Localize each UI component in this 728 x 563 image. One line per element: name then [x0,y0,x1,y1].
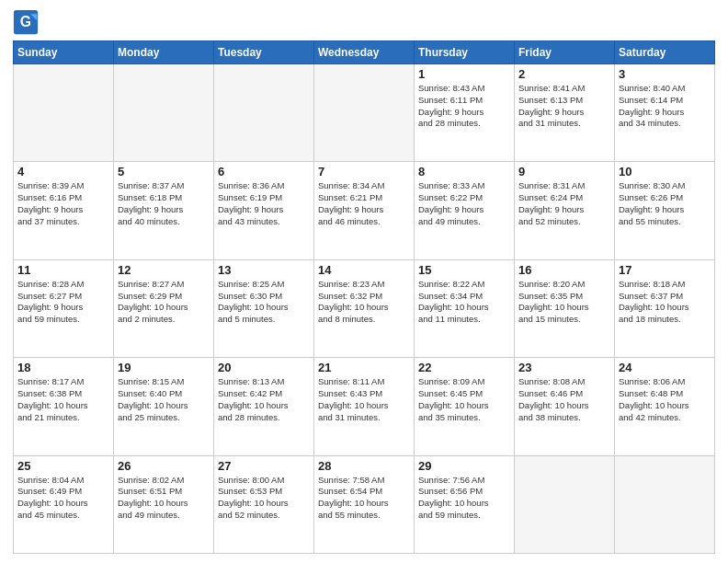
logo-icon: G [13,9,39,35]
calendar-cell: 23Sunrise: 8:08 AM Sunset: 6:46 PM Dayli… [515,358,615,455]
calendar-cell: 8Sunrise: 8:33 AM Sunset: 6:22 PM Daylig… [415,162,515,259]
week-row-3: 11Sunrise: 8:28 AM Sunset: 6:27 PM Dayli… [14,259,715,357]
day-info: Sunrise: 8:22 AM Sunset: 6:34 PM Dayligh… [418,279,510,326]
calendar-cell: 7Sunrise: 8:34 AM Sunset: 6:21 PM Daylig… [314,162,415,259]
weekday-header-friday: Friday [515,41,615,64]
day-info: Sunrise: 8:06 AM Sunset: 6:48 PM Dayligh… [619,376,711,423]
day-number: 21 [318,361,410,374]
weekday-header-monday: Monday [114,41,214,64]
weekday-header-tuesday: Tuesday [214,41,314,64]
day-number: 22 [418,361,510,374]
day-number: 1 [418,67,510,81]
day-info: Sunrise: 8:40 AM Sunset: 6:14 PM Dayligh… [619,83,711,130]
calendar-cell: 6Sunrise: 8:36 AM Sunset: 6:19 PM Daylig… [214,162,314,259]
day-info: Sunrise: 8:31 AM Sunset: 6:24 PM Dayligh… [518,180,610,227]
day-number: 24 [619,361,711,374]
day-number: 5 [118,165,210,178]
calendar-cell: 20Sunrise: 8:13 AM Sunset: 6:42 PM Dayli… [214,358,314,455]
calendar-cell: 11Sunrise: 8:28 AM Sunset: 6:27 PM Dayli… [14,259,114,357]
day-number: 20 [218,361,310,374]
weekday-header-wednesday: Wednesday [314,41,415,64]
day-info: Sunrise: 8:43 AM Sunset: 6:11 PM Dayligh… [418,83,510,130]
calendar-cell: 19Sunrise: 8:15 AM Sunset: 6:40 PM Dayli… [114,358,214,455]
day-number: 10 [619,165,711,178]
weekday-header-sunday: Sunday [14,41,114,64]
day-info: Sunrise: 8:04 AM Sunset: 6:49 PM Dayligh… [17,475,109,522]
calendar-cell: 15Sunrise: 8:22 AM Sunset: 6:34 PM Dayli… [415,259,515,357]
calendar-cell [14,64,114,162]
day-info: Sunrise: 8:34 AM Sunset: 6:21 PM Dayligh… [318,180,410,227]
calendar-cell: 16Sunrise: 8:20 AM Sunset: 6:35 PM Dayli… [515,259,615,357]
calendar-cell [114,64,214,162]
page: G SundayMondayTuesdayWednesdayThursdayFr… [0,0,728,563]
calendar-cell: 27Sunrise: 8:00 AM Sunset: 6:53 PM Dayli… [214,455,314,553]
day-number: 9 [518,165,610,178]
day-number: 7 [318,165,410,178]
day-info: Sunrise: 8:28 AM Sunset: 6:27 PM Dayligh… [17,279,109,326]
day-info: Sunrise: 8:00 AM Sunset: 6:53 PM Dayligh… [218,475,310,522]
calendar-cell: 1Sunrise: 8:43 AM Sunset: 6:11 PM Daylig… [415,64,515,162]
calendar-cell: 29Sunrise: 7:56 AM Sunset: 6:56 PM Dayli… [415,455,515,553]
calendar-cell: 18Sunrise: 8:17 AM Sunset: 6:38 PM Dayli… [14,358,114,455]
day-info: Sunrise: 8:39 AM Sunset: 6:16 PM Dayligh… [17,180,109,227]
calendar-cell: 13Sunrise: 8:25 AM Sunset: 6:30 PM Dayli… [214,259,314,357]
day-number: 17 [619,263,711,277]
day-number: 26 [118,459,210,473]
calendar-cell [615,455,715,553]
day-number: 14 [318,263,410,277]
day-info: Sunrise: 8:09 AM Sunset: 6:45 PM Dayligh… [418,376,510,423]
calendar-cell: 4Sunrise: 8:39 AM Sunset: 6:16 PM Daylig… [14,162,114,259]
calendar-cell: 26Sunrise: 8:02 AM Sunset: 6:51 PM Dayli… [114,455,214,553]
week-row-5: 25Sunrise: 8:04 AM Sunset: 6:49 PM Dayli… [14,455,715,553]
day-number: 13 [218,263,310,277]
calendar-cell: 14Sunrise: 8:23 AM Sunset: 6:32 PM Dayli… [314,259,415,357]
week-row-4: 18Sunrise: 8:17 AM Sunset: 6:38 PM Dayli… [14,358,715,455]
day-info: Sunrise: 7:56 AM Sunset: 6:56 PM Dayligh… [418,475,510,522]
day-info: Sunrise: 8:17 AM Sunset: 6:38 PM Dayligh… [17,376,109,423]
day-number: 11 [17,263,109,277]
calendar-cell: 3Sunrise: 8:40 AM Sunset: 6:14 PM Daylig… [615,64,715,162]
calendar-cell: 28Sunrise: 7:58 AM Sunset: 6:54 PM Dayli… [314,455,415,553]
calendar-cell: 21Sunrise: 8:11 AM Sunset: 6:43 PM Dayli… [314,358,415,455]
calendar-cell [515,455,615,553]
day-number: 2 [518,67,610,81]
calendar-cell [214,64,314,162]
day-info: Sunrise: 8:18 AM Sunset: 6:37 PM Dayligh… [619,279,711,326]
day-number: 12 [118,263,210,277]
day-number: 16 [518,263,610,277]
day-number: 25 [17,459,109,473]
svg-text:G: G [20,14,31,29]
day-info: Sunrise: 7:58 AM Sunset: 6:54 PM Dayligh… [318,475,410,522]
day-info: Sunrise: 8:15 AM Sunset: 6:40 PM Dayligh… [118,376,210,423]
day-number: 23 [518,361,610,374]
day-number: 28 [318,459,410,473]
day-info: Sunrise: 8:23 AM Sunset: 6:32 PM Dayligh… [318,279,410,326]
day-number: 19 [118,361,210,374]
weekday-header-row: SundayMondayTuesdayWednesdayThursdayFrid… [14,41,715,64]
day-number: 29 [418,459,510,473]
calendar-cell: 22Sunrise: 8:09 AM Sunset: 6:45 PM Dayli… [415,358,515,455]
day-info: Sunrise: 8:20 AM Sunset: 6:35 PM Dayligh… [518,279,610,326]
day-info: Sunrise: 8:27 AM Sunset: 6:29 PM Dayligh… [118,279,210,326]
logo: G [13,9,42,35]
day-info: Sunrise: 8:11 AM Sunset: 6:43 PM Dayligh… [318,376,410,423]
day-info: Sunrise: 8:25 AM Sunset: 6:30 PM Dayligh… [218,279,310,326]
calendar-cell: 25Sunrise: 8:04 AM Sunset: 6:49 PM Dayli… [14,455,114,553]
day-info: Sunrise: 8:36 AM Sunset: 6:19 PM Dayligh… [218,180,310,227]
day-number: 8 [418,165,510,178]
calendar-cell: 12Sunrise: 8:27 AM Sunset: 6:29 PM Dayli… [114,259,214,357]
calendar-cell: 17Sunrise: 8:18 AM Sunset: 6:37 PM Dayli… [615,259,715,357]
day-info: Sunrise: 8:13 AM Sunset: 6:42 PM Dayligh… [218,376,310,423]
calendar-table: SundayMondayTuesdayWednesdayThursdayFrid… [13,40,715,554]
day-info: Sunrise: 8:33 AM Sunset: 6:22 PM Dayligh… [418,180,510,227]
weekday-header-saturday: Saturday [615,41,715,64]
day-info: Sunrise: 8:08 AM Sunset: 6:46 PM Dayligh… [518,376,610,423]
calendar-cell: 2Sunrise: 8:41 AM Sunset: 6:13 PM Daylig… [515,64,615,162]
day-info: Sunrise: 8:37 AM Sunset: 6:18 PM Dayligh… [118,180,210,227]
day-info: Sunrise: 8:41 AM Sunset: 6:13 PM Dayligh… [518,83,610,130]
header: G [13,9,715,35]
calendar-cell: 10Sunrise: 8:30 AM Sunset: 6:26 PM Dayli… [615,162,715,259]
day-number: 27 [218,459,310,473]
calendar-cell: 9Sunrise: 8:31 AM Sunset: 6:24 PM Daylig… [515,162,615,259]
calendar-cell [314,64,415,162]
